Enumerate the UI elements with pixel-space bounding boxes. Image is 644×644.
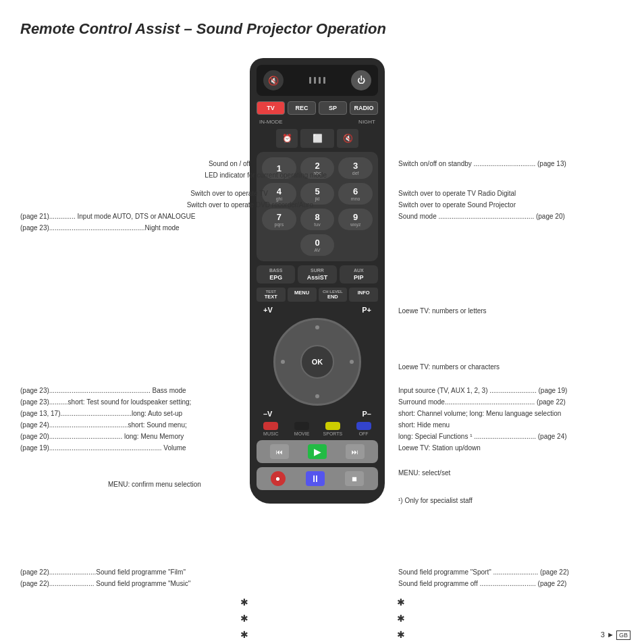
play-button[interactable]: ▶ — [308, 444, 327, 459]
text-label: TEXT — [258, 294, 284, 300]
transport-row-1: ⏮ ▶ ⏭ — [257, 440, 378, 463]
movie-button[interactable] — [294, 422, 309, 430]
vol-up-button[interactable]: +V — [263, 306, 273, 314]
epg-label: EPG — [259, 274, 292, 281]
remote-top-bar: 🔇 ⏻ — [257, 65, 378, 96]
pip-button[interactable]: AUX PIP — [340, 265, 378, 284]
off-button-wrap: OFF — [349, 422, 378, 436]
surr-label: SURR — [300, 268, 333, 273]
ann-select-set: MENU: select/set — [398, 469, 450, 477]
ann-confirm-menu: MENU: confirm menu selection — [108, 481, 201, 488]
num-0[interactable]: 0AV — [300, 234, 335, 256]
text-button[interactable]: TEST TEXT — [257, 288, 286, 302]
night-label: NIGHT — [358, 119, 375, 125]
num-6[interactable]: 6mno — [338, 183, 373, 205]
record-button[interactable]: ⏺ — [271, 471, 286, 486]
mute2-button[interactable]: 🔇 — [337, 129, 358, 148]
movie-button-wrap: MOVIE — [288, 422, 317, 436]
ann-surround-mode: Surround mode...........................… — [398, 398, 566, 406]
page-down-button[interactable]: P– — [363, 410, 371, 418]
ann-input-source: Input source (TV, AUX 1, 2, 3) .........… — [398, 387, 567, 394]
source-buttons-row: TV REC SP RADIO — [257, 101, 378, 115]
mute-button[interactable]: 🔇 — [263, 70, 284, 90]
nav-up — [315, 325, 319, 329]
timer-button[interactable]: ⏰ — [276, 129, 298, 148]
ann-standby: Switch on/off on standby ...............… — [398, 160, 566, 167]
ann-long-auto: (page 13, 17)...........................… — [20, 410, 182, 417]
off-button[interactable] — [356, 422, 371, 430]
pip-label: PIP — [342, 274, 375, 281]
forward-button[interactable]: ⏭ — [346, 444, 365, 459]
stop-button[interactable]: ⏹ — [345, 471, 364, 486]
ann-led-indicator: LED indicator for current operating mode — [20, 171, 327, 179]
mode-labels-row: IN-MODE NIGHT — [257, 119, 378, 125]
ann-music-field: (page 22)........................ Sound … — [20, 580, 190, 587]
ann-sound-menu: (page 24)...............................… — [20, 421, 187, 429]
ann-sound-on-off: Sound on / off — [209, 160, 250, 167]
transport-row-2: ⏺ ⏸ ⏹ — [257, 467, 378, 490]
nav-right — [350, 360, 354, 364]
num-7[interactable]: 7pqrs — [262, 209, 296, 230]
off-label: OFF — [359, 431, 369, 436]
sp-button[interactable]: SP — [319, 101, 347, 115]
vol-page-down-row: –V P– — [257, 410, 378, 418]
rewind-button[interactable]: ⏮ — [270, 444, 289, 459]
music-label: MUSIC — [263, 431, 279, 436]
page-title: Remote Control Assist – Sound Projector … — [0, 0, 644, 51]
power-button[interactable]: ⏻ — [351, 70, 371, 90]
asterisk-left-3: ✱ — [240, 629, 248, 640]
info-button[interactable]: INFO — [349, 288, 378, 302]
ann-field-off: Sound field programme off ..............… — [398, 580, 566, 587]
nav-down — [315, 394, 319, 398]
page-number: 3 ► GB — [601, 630, 630, 639]
asterisk-left-1: ✱ — [240, 597, 248, 608]
music-button[interactable] — [263, 422, 278, 430]
assist-button[interactable]: SURR AssiST — [298, 265, 336, 284]
movie-label: MOVIE — [294, 431, 310, 436]
vol-page-up-row: +V P+ — [257, 306, 378, 314]
nav-left — [281, 360, 285, 364]
ann-switch-tv: Switch over to operate TV — [190, 190, 268, 197]
vol-down-button[interactable]: –V — [263, 410, 272, 418]
page-up-button[interactable]: P+ — [362, 306, 371, 314]
radio-button[interactable]: RADIO — [350, 101, 378, 115]
ann-sound-projector: Switch over to operate Sound Projector — [398, 201, 516, 209]
epg-button[interactable]: BASS EPG — [257, 265, 295, 284]
ann-radio-digital: Switch over to operate TV Radio Digital — [398, 190, 516, 197]
screen-button[interactable]: ⬜ — [300, 129, 334, 148]
asterisk-right-2: ✱ — [397, 613, 405, 624]
asterisk-right-3: ✱ — [397, 629, 405, 640]
ann-test-sound: (page 23)..........short: Test sound for… — [20, 398, 191, 406]
ann-bass-mode: (page 23)...............................… — [20, 387, 186, 394]
pause-button[interactable]: ⏸ — [306, 471, 325, 486]
sports-label: SPORTS — [323, 431, 343, 436]
ann-film: (page 22).........................Sound … — [20, 568, 186, 576]
led-indicator — [309, 77, 325, 84]
nav-ring[interactable]: OK — [273, 318, 361, 406]
ann-sport-field: Sound field programme "Sport" ..........… — [398, 568, 569, 576]
aux-label: AUX — [342, 268, 375, 273]
sports-button[interactable] — [325, 422, 340, 430]
bass-label: BASS — [259, 268, 292, 273]
ann-ch-volume: short: Channel volume; long: Menu langua… — [398, 410, 561, 417]
sports-button-wrap: SPORTS — [319, 422, 348, 436]
menu-label: MENU — [289, 290, 315, 296]
music-button-wrap: MUSIC — [257, 422, 286, 436]
ann-volume: (page 19)...............................… — [20, 444, 186, 452]
func-buttons-row: ⏰ ⬜ 🔇 — [257, 129, 378, 148]
ann-sound-mode: Sound mode .............................… — [398, 213, 565, 220]
rec-button[interactable]: REC — [288, 101, 316, 115]
ok-button[interactable]: OK — [300, 345, 334, 379]
tv-button[interactable]: TV — [257, 101, 285, 115]
ann-station-updown: Loewe TV: Station up/down — [398, 444, 481, 452]
menu-button[interactable]: MENU — [288, 288, 317, 302]
ann-night-mode: (page 23)...............................… — [20, 224, 180, 232]
num-9[interactable]: 9wxyz — [338, 209, 373, 230]
ann-hide-menu: short: Hide menu — [398, 421, 450, 429]
ann-switch-dvd: Switch over to operate DVD recorder/Auro — [187, 201, 313, 209]
assist-label: AssiST — [300, 274, 333, 281]
num-3[interactable]: 3def — [338, 157, 373, 179]
num-8[interactable]: 8tuv — [300, 209, 335, 230]
ann-loewe-chars: Loewe TV: numbers or characters — [398, 363, 500, 371]
end-button[interactable]: CH LEVEL END — [319, 288, 348, 302]
